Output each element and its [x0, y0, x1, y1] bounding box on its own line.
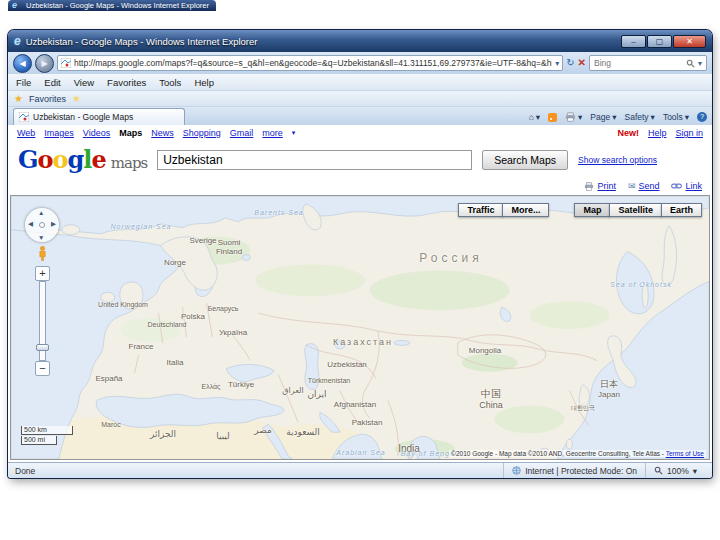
close-button[interactable]: ✕	[673, 35, 706, 48]
search-icon[interactable]	[686, 59, 695, 68]
pan-down-icon[interactable]: ▼	[38, 234, 44, 241]
more-dropdown-icon[interactable]: ▾	[292, 129, 296, 137]
menu-file[interactable]: File	[16, 77, 31, 88]
zoom-level-pane[interactable]: 100% ▾	[645, 463, 705, 478]
window-controls: – ▢ ✕	[621, 35, 706, 48]
link-images[interactable]: Images	[44, 128, 74, 138]
map-type-map-button[interactable]: Map	[574, 203, 610, 217]
map-pan-control[interactable]: ▲ ▼ ◀ ▶	[25, 208, 59, 242]
safety-menu-button[interactable]: Safety▾	[624, 112, 654, 122]
pan-center-button[interactable]	[39, 222, 45, 228]
window-title: Uzbekistan - Google Maps - Windows Inter…	[26, 36, 258, 47]
scale-mi: 500 mi	[21, 436, 57, 445]
bing-search-box[interactable]: ▾	[589, 55, 707, 71]
link-maps[interactable]: Maps	[119, 128, 142, 138]
send-action[interactable]: ✉ Send	[628, 181, 660, 191]
street-view-pegman[interactable]	[38, 246, 47, 261]
link-videos[interactable]: Videos	[83, 128, 110, 138]
map-canvas[interactable]: Norwegian SeaBarents SeaSverigeNorgeSuom…	[10, 195, 710, 460]
stop-button[interactable]: ✕	[578, 58, 586, 68]
logo-maps-word: maps	[111, 156, 147, 171]
background-window-titlebar: e Uzbekistan - Google Maps - Windows Int…	[8, 0, 216, 11]
print-action[interactable]: Print	[584, 181, 616, 191]
url-input[interactable]	[74, 58, 552, 68]
menu-edit[interactable]: Edit	[44, 77, 60, 88]
help-button[interactable]: ?	[697, 112, 707, 122]
url-dropdown-icon[interactable]: ▾	[555, 59, 559, 68]
menu-tools[interactable]: Tools	[159, 77, 181, 88]
ie-icon: e	[12, 0, 17, 11]
forward-button[interactable]: ▶	[35, 54, 54, 73]
pan-left-icon[interactable]: ◀	[28, 220, 33, 228]
pan-right-icon[interactable]: ▶	[51, 220, 56, 228]
page-menu-button[interactable]: Page▾	[590, 112, 616, 122]
menu-view[interactable]: View	[74, 77, 94, 88]
url-box[interactable]: ▾	[57, 55, 563, 71]
favorites-star-icon[interactable]: ★	[14, 93, 23, 104]
scale-km: 500 km	[21, 426, 73, 435]
maps-search-input[interactable]	[157, 150, 472, 170]
globe-icon	[512, 466, 521, 475]
tools-menu-button[interactable]: Tools▾	[663, 112, 689, 122]
back-button[interactable]: ◀	[13, 54, 32, 73]
zoom-out-button[interactable]: −	[35, 361, 50, 376]
traffic-button[interactable]: Traffic	[458, 203, 503, 217]
logo-letter: o	[53, 148, 68, 172]
tab-row: Uzbekistan - Google Maps ⌂▾ ▾ Page▾ Safe…	[8, 106, 712, 125]
map-image	[11, 196, 709, 459]
link-gmail[interactable]: Gmail	[230, 128, 254, 138]
refresh-button[interactable]: ↻	[566, 58, 574, 68]
map-view-buttons: Traffic More... Map Satellite Earth	[459, 203, 702, 217]
menu-help[interactable]: Help	[194, 77, 214, 88]
zoom-dropdown-icon[interactable]: ▾	[693, 466, 697, 476]
search-dropdown-icon[interactable]: ▾	[698, 59, 702, 68]
menu-favorites[interactable]: Favorites	[107, 77, 146, 88]
search-maps-button[interactable]: Search Maps	[482, 150, 568, 170]
map-type-satellite-button[interactable]: Satellite	[609, 203, 662, 217]
show-search-options-link[interactable]: Show search options	[578, 155, 657, 165]
zoom-slider-handle[interactable]	[36, 344, 49, 351]
envelope-icon: ✉	[628, 181, 636, 191]
pan-up-icon[interactable]: ▲	[38, 209, 44, 216]
terms-of-use-link[interactable]: Terms of Use	[666, 450, 704, 457]
link-more[interactable]: more	[262, 128, 283, 138]
feeds-icon	[548, 113, 557, 122]
minimize-button[interactable]: –	[621, 35, 646, 48]
menu-bar: File Edit View Favorites Tools Help	[8, 74, 712, 90]
logo-letter: l	[83, 148, 91, 172]
link-help[interactable]: Help	[648, 128, 667, 138]
favorites-bar: ★ Favorites ★	[8, 90, 712, 106]
logo-letter: g	[68, 148, 84, 172]
browser-window: e Uzbekistan - Google Maps - Windows Int…	[8, 30, 712, 478]
add-favorite-icon[interactable]: ★	[72, 93, 81, 104]
page-favicon	[61, 58, 71, 68]
logo-letter: o	[38, 148, 53, 172]
new-badge: New!	[617, 128, 639, 138]
printer-icon	[584, 182, 594, 191]
background-window-title: Uzbekistan - Google Maps - Windows Inter…	[26, 1, 209, 10]
home-button[interactable]: ⌂▾	[529, 112, 540, 122]
feeds-button[interactable]	[548, 113, 557, 122]
link-action[interactable]: Link	[671, 181, 702, 191]
more-button[interactable]: More...	[502, 203, 549, 217]
zoom-in-button[interactable]: +	[35, 266, 50, 281]
map-type-buttons: Map Satellite Earth	[575, 203, 702, 217]
security-zone-pane: Internet | Protected Mode: On	[503, 463, 645, 478]
map-actions-row: Print ✉ Send Link	[8, 179, 712, 193]
address-bar: ◀ ▶ ▾ ↻ ✕ ▾	[8, 52, 712, 74]
map-type-earth-button[interactable]: Earth	[661, 203, 702, 217]
printer-icon	[565, 112, 576, 122]
map-scale-control: 500 km 500 mi	[21, 426, 73, 445]
link-sign-in[interactable]: Sign in	[675, 128, 703, 138]
tab-uzbekistan-google-maps[interactable]: Uzbekistan - Google Maps	[13, 108, 185, 125]
link-news[interactable]: News	[151, 128, 174, 138]
bing-search-input[interactable]	[594, 58, 683, 68]
maximize-button[interactable]: ▢	[647, 35, 672, 48]
titlebar[interactable]: e Uzbekistan - Google Maps - Windows Int…	[8, 30, 712, 52]
link-web[interactable]: Web	[17, 128, 35, 138]
zoom-slider-track[interactable]	[39, 281, 46, 361]
link-shopping[interactable]: Shopping	[183, 128, 221, 138]
favorites-button[interactable]: Favorites	[29, 94, 66, 104]
tab-title: Uzbekistan - Google Maps	[33, 112, 133, 122]
print-button[interactable]: ▾	[565, 112, 582, 122]
